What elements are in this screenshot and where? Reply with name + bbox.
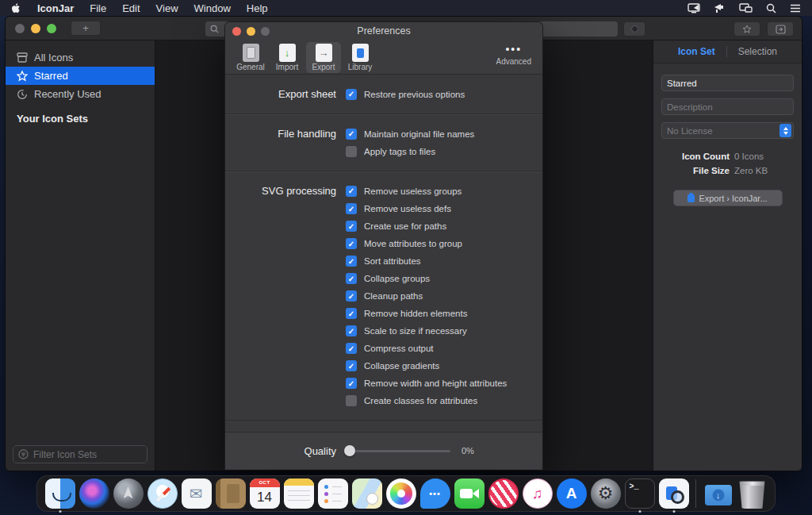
sidebar-item-starred[interactable]: Starred bbox=[6, 67, 155, 85]
icon-count-value: 0 Icons bbox=[734, 152, 764, 161]
checkbox-compress-output[interactable] bbox=[346, 343, 357, 354]
menu-file[interactable]: File bbox=[82, 2, 114, 14]
icon-count-row: Icon Count 0 Icons bbox=[661, 152, 794, 161]
dock-messages[interactable]: ••• bbox=[420, 478, 450, 509]
downloads-folder-icon bbox=[703, 478, 733, 509]
siri-icon bbox=[79, 478, 109, 509]
photos-icon bbox=[386, 478, 416, 509]
running-indicator bbox=[638, 510, 641, 513]
displays-menu-icon[interactable] bbox=[739, 3, 753, 13]
file-size-label: File Size bbox=[661, 166, 730, 175]
checkbox-scale-to-size-if-necessary[interactable] bbox=[346, 325, 357, 336]
archive-icon bbox=[17, 52, 28, 63]
dock-maps[interactable] bbox=[352, 478, 382, 509]
minimize-button[interactable] bbox=[31, 24, 40, 33]
dock-photos[interactable] bbox=[386, 478, 416, 509]
stepper-icon bbox=[779, 124, 791, 137]
checkbox-remove-hidden-elements[interactable] bbox=[346, 308, 357, 319]
file-size-row: File Size Zero KB bbox=[661, 166, 794, 175]
checkbox-cleanup-paths[interactable] bbox=[346, 290, 357, 302]
icon-set-name-field[interactable] bbox=[661, 75, 794, 91]
dock-app-store[interactable]: A bbox=[557, 478, 587, 509]
checkbox-move-attributes-to-group[interactable] bbox=[346, 238, 357, 249]
quality-value: 0% bbox=[462, 446, 474, 455]
checkbox-sort-attributes[interactable] bbox=[346, 256, 357, 267]
dock-system-preferences[interactable]: ⚙ bbox=[591, 478, 621, 509]
tab-import[interactable]: ↓ Import bbox=[270, 42, 304, 73]
dock-news[interactable] bbox=[488, 478, 519, 509]
reminders-icon bbox=[318, 478, 348, 509]
export-button[interactable] bbox=[767, 21, 794, 37]
tab-selection[interactable]: Selection bbox=[727, 46, 788, 57]
apple-menu-icon[interactable] bbox=[11, 2, 21, 14]
quality-slider[interactable] bbox=[346, 450, 450, 452]
utility-menu-icon[interactable] bbox=[714, 3, 726, 13]
slider-knob[interactable] bbox=[344, 445, 355, 456]
checkbox-remove-useless-groups[interactable] bbox=[346, 186, 357, 197]
checkbox-maintain-original-file-names[interactable] bbox=[346, 129, 357, 140]
license-dropdown[interactable]: No License bbox=[661, 122, 794, 139]
export-iconjar-label: Export › IconJar... bbox=[699, 194, 767, 203]
dock-terminal[interactable]: >_ bbox=[625, 478, 655, 509]
dock-mail[interactable]: ✉ bbox=[182, 478, 212, 509]
close-button[interactable] bbox=[15, 24, 25, 33]
menu-bar: IconJar File Edit View Window Help bbox=[0, 0, 812, 16]
dialog-title: Preferences bbox=[225, 25, 542, 37]
maps-icon bbox=[352, 478, 382, 509]
dock-launchpad[interactable] bbox=[113, 478, 144, 509]
zoom-button[interactable] bbox=[47, 24, 56, 33]
checkbox-create-use-for-paths[interactable] bbox=[346, 221, 357, 232]
dock-iconjar[interactable] bbox=[659, 478, 689, 509]
filter-placeholder: Filter Icon Sets bbox=[33, 449, 97, 460]
section-label: Export sheet bbox=[225, 88, 346, 100]
tab-export[interactable]: → Export bbox=[306, 42, 341, 73]
checkbox-apply-tags-to-files[interactable] bbox=[346, 146, 357, 157]
checkbox-collapse-gradients[interactable] bbox=[346, 360, 357, 371]
filter-icon-sets-input[interactable]: Filter Icon Sets bbox=[13, 445, 147, 463]
clock-icon bbox=[17, 89, 28, 100]
dock-safari[interactable] bbox=[147, 478, 178, 509]
view-options-button[interactable] bbox=[623, 21, 645, 37]
checkbox-collapse-groups[interactable] bbox=[346, 273, 357, 284]
dock-contacts[interactable] bbox=[216, 478, 246, 509]
tab-library[interactable]: Library bbox=[343, 42, 377, 73]
checkbox-remove-width-and-height-attributes[interactable] bbox=[346, 378, 357, 389]
section-label: SVG processing bbox=[225, 185, 346, 197]
notification-center-icon[interactable] bbox=[790, 4, 801, 13]
checkbox-remove-useless-defs[interactable] bbox=[346, 203, 357, 214]
sidebar-item-all-icons[interactable]: All Icons bbox=[6, 48, 155, 67]
tab-advanced[interactable]: ••• Advanced bbox=[496, 44, 531, 66]
dock-trash[interactable] bbox=[737, 478, 768, 509]
display-menu-icon[interactable] bbox=[688, 3, 700, 13]
jar-icon bbox=[688, 194, 695, 202]
tab-general[interactable]: General bbox=[233, 42, 268, 73]
view-options-icon bbox=[631, 25, 638, 33]
sidebar-item-recently-used[interactable]: Recently Used bbox=[6, 85, 155, 103]
dock-reminders[interactable] bbox=[318, 478, 348, 509]
export-iconjar-button[interactable]: Export › IconJar... bbox=[673, 190, 783, 206]
menu-edit[interactable]: Edit bbox=[114, 2, 147, 14]
dock: ✉ OCT14 ••• ♫ A ⚙ >_ bbox=[36, 475, 776, 512]
dock-notes[interactable] bbox=[284, 478, 314, 509]
dock-downloads[interactable] bbox=[703, 478, 733, 509]
add-icon-set-button[interactable]: + bbox=[71, 21, 101, 36]
menu-window[interactable]: Window bbox=[186, 2, 239, 14]
window-controls bbox=[15, 24, 56, 33]
dock-finder[interactable] bbox=[45, 478, 75, 509]
dock-siri[interactable] bbox=[79, 478, 109, 509]
spotlight-icon[interactable] bbox=[766, 3, 776, 13]
menu-app-name[interactable]: IconJar bbox=[29, 2, 82, 14]
dock-facetime[interactable] bbox=[454, 478, 485, 509]
star-button[interactable] bbox=[733, 21, 760, 37]
tab-icon-set[interactable]: Icon Set bbox=[667, 46, 726, 57]
description-field[interactable] bbox=[661, 98, 794, 115]
iconjar-icon bbox=[659, 478, 689, 509]
menu-view[interactable]: View bbox=[148, 2, 186, 14]
safari-icon bbox=[147, 478, 178, 509]
checkbox-restore-previous-options[interactable] bbox=[346, 89, 357, 100]
dock-itunes[interactable]: ♫ bbox=[523, 478, 553, 509]
dock-calendar[interactable]: OCT14 bbox=[250, 478, 280, 509]
dialog-titlebar[interactable]: Preferences bbox=[225, 22, 542, 40]
checkbox-create-classes-for-attributes[interactable] bbox=[346, 395, 357, 406]
menu-help[interactable]: Help bbox=[239, 2, 276, 14]
